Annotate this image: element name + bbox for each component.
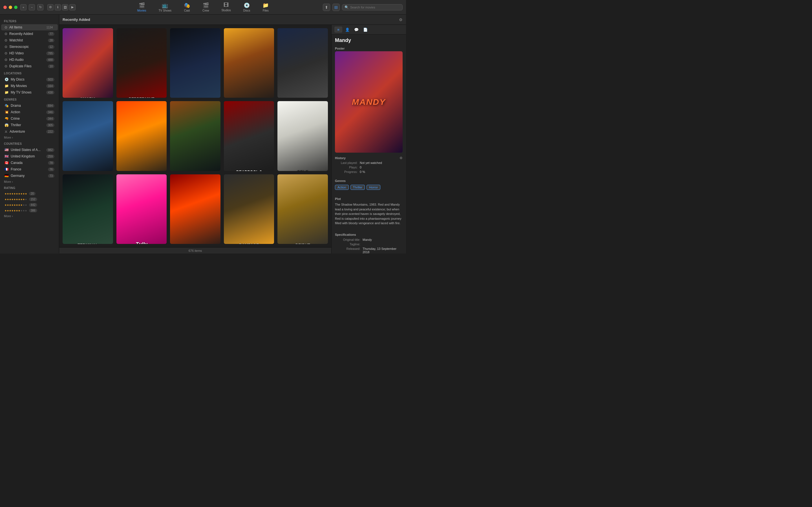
sidebar-item-adventure[interactable]: ⚔ Adventure 222 bbox=[1, 128, 58, 135]
crew-label: Crew bbox=[202, 9, 209, 12]
original-title-label: Original title: bbox=[335, 238, 360, 241]
movie-card-dark-hall[interactable]: DOWN A DARK HALL Down a Dark Hall ★★★★★★ bbox=[170, 28, 220, 98]
add-button[interactable]: + bbox=[20, 4, 27, 10]
sidebar-item-hd-audio[interactable]: ⊙ HD Audio 488 bbox=[1, 57, 58, 63]
image-button[interactable]: 🖼 bbox=[62, 4, 68, 10]
sidebar-item-my-movies[interactable]: 📁 My Movies 164 bbox=[1, 83, 58, 89]
sidebar-item-action[interactable]: 💥 Action 346 bbox=[1, 109, 58, 115]
movie-card-avengers[interactable]: AVENGERS INFINITY WAR Avengers: Infinity… bbox=[170, 174, 220, 244]
movie-card-jurassic[interactable]: JURASSIC WORLD FALLEN KINGDOM Jurassic W… bbox=[170, 101, 220, 171]
sidebar-item-germany[interactable]: 🇩🇪 Germany 73 bbox=[1, 173, 58, 179]
movie-card-deadpool[interactable]: DEADPOOL 2 Deadpool 2 ★★★★★★★ bbox=[224, 101, 274, 171]
rating-item-7[interactable]: ★★★★★★★★★★ 386 bbox=[1, 208, 58, 213]
remove-button[interactable]: − bbox=[29, 4, 35, 10]
content-gear-icon[interactable]: ⚙ bbox=[399, 17, 403, 22]
tab-studios[interactable]: 🎞 Studios bbox=[215, 1, 237, 13]
tab-crew[interactable]: 🎬 Crew bbox=[196, 1, 215, 13]
rating-title: Rating bbox=[0, 184, 59, 191]
sidebar-item-watchlist[interactable]: ⊙ Watchlist 28 bbox=[1, 37, 58, 43]
maximize-button[interactable] bbox=[14, 6, 17, 9]
tab-cast[interactable]: 🎭 Cast bbox=[177, 1, 196, 13]
plot-section-title: Plot bbox=[332, 195, 406, 202]
sidebar-item-canada[interactable]: 🇨🇦 Canada 78 bbox=[1, 160, 58, 166]
movie-card-rampage[interactable]: RAMPAGE Rampage ★★★★★★ bbox=[224, 174, 274, 244]
sidebar-item-all-items[interactable]: ⊙ All Items 1134 bbox=[1, 24, 58, 31]
sidebar-item-france[interactable]: 🇫🇷 France 76 bbox=[1, 166, 58, 172]
studios-label: Studios bbox=[221, 9, 231, 12]
movie-card-silver-lake[interactable]: UNDER THE SILVER LAKE Under the Silver L… bbox=[63, 101, 113, 171]
sidebar-item-hd-video[interactable]: ⊙ HD Video 785 bbox=[1, 50, 58, 56]
rating-item-10[interactable]: ★★★★★★★★★★ 20 bbox=[1, 191, 58, 196]
movie-card-peppermint[interactable]: PEPPERMINT Peppermint ★★★★★★ bbox=[116, 28, 167, 98]
countries-more[interactable]: More › bbox=[0, 179, 59, 184]
movie-card-beirut[interactable]: BEIRUT Beirut ★★★★★★★ bbox=[277, 174, 328, 244]
tagline-row: Tagline: bbox=[332, 242, 406, 246]
sidebar-item-usa[interactable]: 🇺🇸 United States of A... 982 bbox=[1, 147, 58, 153]
sidebar-item-my-tv-shows[interactable]: 📁 My TV Shows 438 bbox=[1, 89, 58, 96]
filter-button[interactable]: ⊟ bbox=[333, 4, 340, 11]
info-button[interactable]: ℹ bbox=[55, 4, 61, 10]
movie-card-sicario[interactable]: SICARIO 2: DAY OF THE SOLDADO Sicario: D… bbox=[277, 28, 328, 98]
movie-card-mandy[interactable]: MANDY Mandy ★★★★★★★★ bbox=[63, 28, 113, 98]
my-tv-shows-label: My TV Shows bbox=[11, 91, 44, 94]
movie-card-equalizer[interactable]: THE EQUALIZER 2 The Equalizer 2 ★★★★★★★★ bbox=[224, 28, 274, 98]
filters-title: Filters bbox=[0, 17, 59, 24]
rating-item-8[interactable]: ★★★★★★★★★★ 442 bbox=[1, 202, 58, 208]
action-icon: 💥 bbox=[4, 110, 9, 114]
france-count: 76 bbox=[48, 168, 54, 171]
all-items-icon: ⊙ bbox=[4, 25, 7, 29]
watchlist-label: Watchlist bbox=[9, 38, 46, 42]
movie-grid: MANDY Mandy ★★★★★★★★ PEPPERMINT bbox=[59, 25, 331, 247]
movie-card-solo[interactable]: SOLO Solo: A Star Wars Story ★★★★★★ bbox=[277, 101, 328, 171]
sidebar-item-my-discs[interactable]: 💿 My Discs 503 bbox=[1, 76, 58, 82]
tab-files[interactable]: 📁 Files bbox=[256, 1, 275, 13]
share-button[interactable]: ⬆ bbox=[323, 4, 330, 11]
sidebar-item-uk[interactable]: 🇬🇧 United Kingdom 259 bbox=[1, 153, 58, 159]
genre-badge-action[interactable]: Action bbox=[335, 185, 349, 190]
sidebar-item-drama[interactable]: 🎭 Drama 694 bbox=[1, 103, 58, 109]
canada-flag: 🇨🇦 bbox=[4, 161, 9, 165]
specs-section-title: Specifications bbox=[332, 231, 406, 237]
play-button[interactable]: ▶ bbox=[69, 4, 75, 10]
released-value: Thursday, 13 September 2018 bbox=[363, 247, 403, 254]
tab-discs[interactable]: 💿 Discs bbox=[237, 1, 256, 13]
duplicate-icon: ⊙ bbox=[4, 64, 7, 68]
genre-badge-horror[interactable]: Horror bbox=[366, 185, 380, 190]
cast-label: Cast bbox=[184, 9, 190, 12]
genres-more[interactable]: More › bbox=[0, 135, 59, 140]
detail-tab-chat[interactable]: 💬 bbox=[352, 26, 360, 33]
history-gear-icon[interactable]: ⚙ bbox=[400, 156, 403, 160]
sidebar-item-crime[interactable]: 🔫 Crime 344 bbox=[1, 115, 58, 122]
close-button[interactable] bbox=[3, 6, 7, 9]
watchlist-icon: ⊙ bbox=[4, 38, 7, 42]
drama-label: Drama bbox=[11, 104, 44, 108]
progress-value: 0 % bbox=[360, 170, 403, 173]
detail-tab-cast[interactable]: 👤 bbox=[343, 26, 351, 33]
tab-tv-shows[interactable]: 📺 TV Shows bbox=[152, 1, 177, 13]
window-controls bbox=[3, 6, 17, 9]
sidebar-item-stereoscopic[interactable]: ⊙ Stereoscopic 12 bbox=[1, 44, 58, 50]
movie-card-incredibles[interactable]: Incredibles 2 Incredibles 2 ★★★★★★★ bbox=[116, 101, 167, 171]
movie-card-terminal[interactable]: TERMINAL Terminal ★★★★★★ bbox=[63, 174, 113, 244]
sidebar-item-duplicate-files[interactable]: ⊙ Duplicate Files 10 bbox=[1, 63, 58, 69]
canada-count: 78 bbox=[48, 161, 54, 165]
movie-card-tully[interactable]: Tully Tully ★★★★★★★ bbox=[116, 174, 167, 244]
rating-item-9[interactable]: ★★★★★★★★★★ 152 bbox=[1, 196, 58, 202]
rating-more[interactable]: More › bbox=[0, 214, 59, 219]
sidebar-item-recently-added[interactable]: ⊙ Recently Added 77 bbox=[1, 31, 58, 37]
tab-movies[interactable]: 🎬 Movies bbox=[131, 1, 153, 13]
detail-tab-doc[interactable]: 📄 bbox=[361, 26, 369, 33]
all-items-label: All Items bbox=[9, 25, 43, 29]
movie-poster-equalizer: THE EQUALIZER 2 bbox=[224, 28, 274, 98]
sidebar-item-thriller[interactable]: 😱 Thriller 305 bbox=[1, 122, 58, 128]
settings-button[interactable]: ⚙ bbox=[47, 4, 54, 10]
refresh-button[interactable]: ↻ bbox=[37, 4, 43, 10]
history-section-title: History bbox=[335, 156, 346, 160]
detail-tab-info[interactable]: ≡ bbox=[335, 26, 342, 33]
minimize-button[interactable] bbox=[9, 6, 12, 9]
hd-video-icon: ⊙ bbox=[4, 51, 7, 55]
genre-badge-thriller[interactable]: Thriller bbox=[350, 185, 365, 190]
search-input[interactable] bbox=[350, 6, 400, 9]
grid-detail-area: MANDY Mandy ★★★★★★★★ PEPPERMINT bbox=[59, 25, 406, 253]
my-tv-shows-count: 438 bbox=[46, 91, 54, 94]
